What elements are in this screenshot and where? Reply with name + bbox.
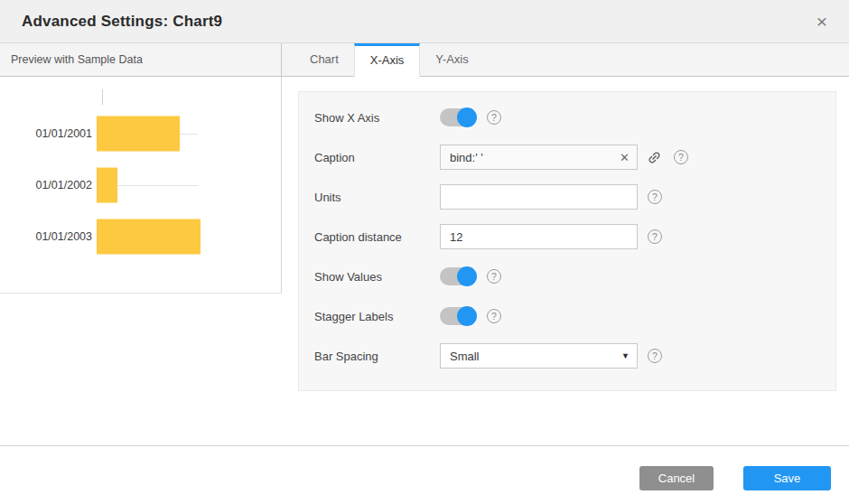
help-icon[interactable]: ? — [487, 269, 501, 284]
chart-category-label: 01/01/2002 — [0, 179, 97, 191]
preview-header: Preview with Sample Data — [0, 43, 282, 77]
row-show-x-axis: Show X Axis ? — [314, 98, 819, 137]
tab-content: Show X Axis ? Caption ✕ ? Units — [282, 77, 849, 391]
dialog-footer: Cancel Save — [0, 445, 849, 504]
toggle-thumb — [457, 266, 477, 286]
show-x-axis-label: Show X Axis — [314, 111, 440, 125]
chart-row: 01/01/2003 — [0, 210, 281, 262]
caption-distance-label: Caption distance — [314, 230, 440, 244]
row-bar-spacing: Bar Spacing Small ▼ ? — [314, 336, 819, 376]
chart-category-label: 01/01/2001 — [0, 127, 97, 140]
dialog-titlebar: Advanced Settings: Chart9 × — [0, 0, 849, 43]
bar-spacing-label: Bar Spacing — [314, 350, 440, 363]
row-caption: Caption ✕ ? — [314, 137, 819, 177]
show-x-axis-toggle[interactable] — [440, 108, 476, 126]
help-icon[interactable]: ? — [487, 309, 501, 323]
tab-y-axis[interactable]: Y-Axis — [420, 43, 483, 76]
bar-spacing-select[interactable]: Small — [440, 343, 638, 369]
row-units: Units ? — [314, 177, 819, 217]
show-values-label: Show Values — [314, 270, 440, 284]
units-label: Units — [314, 191, 440, 204]
help-icon[interactable]: ? — [648, 349, 662, 363]
units-input[interactable] — [440, 184, 638, 210]
preview-panel: Preview with Sample Data 01/01/2001 01/0… — [0, 43, 282, 294]
link-icon[interactable] — [647, 150, 662, 165]
caption-input[interactable] — [440, 145, 638, 170]
caption-label: Caption — [314, 151, 440, 164]
show-values-toggle[interactable] — [440, 267, 476, 285]
help-icon[interactable]: ? — [648, 229, 662, 244]
close-icon[interactable]: × — [811, 10, 833, 33]
row-show-values: Show Values ? — [314, 257, 819, 296]
help-icon[interactable]: ? — [487, 110, 501, 125]
dialog-title: Advanced Settings: Chart9 — [22, 13, 222, 31]
x-axis-form: Show X Axis ? Caption ✕ ? Units — [298, 91, 836, 391]
tab-chart[interactable]: Chart — [294, 43, 354, 76]
cancel-button[interactable]: Cancel — [639, 466, 714, 490]
help-icon[interactable]: ? — [648, 190, 662, 204]
row-caption-distance: Caption distance ? — [314, 217, 819, 257]
tab-x-axis[interactable]: X-Axis — [354, 43, 421, 77]
help-icon[interactable]: ? — [674, 150, 688, 164]
stagger-labels-label: Stagger Labels — [314, 310, 440, 323]
chart-bar — [97, 167, 117, 202]
clear-icon[interactable]: ✕ — [620, 152, 630, 163]
chart-bar — [97, 219, 201, 254]
stagger-labels-toggle[interactable] — [440, 307, 476, 325]
row-stagger-labels: Stagger Labels ? — [314, 296, 819, 336]
chart-bar — [97, 116, 180, 151]
chart-row: 01/01/2001 — [0, 107, 281, 159]
chart-category-label: 01/01/2003 — [0, 230, 97, 243]
preview-chart: 01/01/2001 01/01/2002 01/01/2003 — [0, 77, 282, 294]
chart-row: 01/01/2002 — [0, 159, 281, 210]
chart-axis-tick — [102, 89, 103, 105]
settings-panel: Chart X-Axis Y-Axis Show X Axis ? Captio… — [282, 43, 849, 391]
toggle-thumb — [457, 107, 477, 127]
caption-distance-input[interactable] — [440, 224, 638, 249]
tab-bar: Chart X-Axis Y-Axis — [282, 43, 849, 77]
save-button[interactable]: Save — [743, 466, 831, 490]
toggle-thumb — [457, 306, 477, 326]
